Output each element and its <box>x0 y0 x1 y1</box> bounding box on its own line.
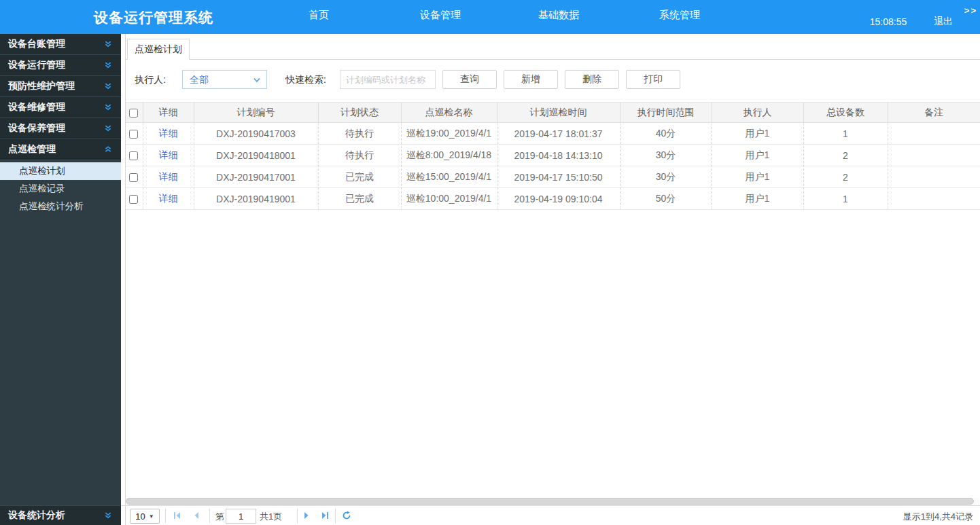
cell-devices: 2 <box>803 166 888 188</box>
sidebar-item-taizhang[interactable]: 设备台账管理 <box>0 34 121 55</box>
nav-basedata[interactable]: 基础数据 <box>538 9 579 22</box>
sidebar: 设备台账管理 设备运行管理 预防性维护管理 设备维修管理 设备保养管理 点巡检管… <box>0 34 121 525</box>
sidebar-item-yufangxing[interactable]: 预防性维护管理 <box>0 76 121 97</box>
chevron-down-icon <box>253 76 261 84</box>
print-button[interactable]: 打印 <box>626 70 680 89</box>
pagination-separator <box>165 509 166 523</box>
refresh-icon[interactable] <box>342 511 351 520</box>
cell-name: 巡检19:00_2019/4/1 <box>401 123 497 145</box>
next-page-icon[interactable] <box>302 511 311 520</box>
sidebar-item-baoyang[interactable]: 设备保养管理 <box>0 118 121 139</box>
page-size-value: 10 <box>135 511 145 522</box>
cell-remark <box>888 188 980 210</box>
sidebar-item-label: 预防性维护管理 <box>8 80 75 92</box>
sidebar-item-tongji[interactable]: 设备统计分析 <box>0 505 121 525</box>
delete-button[interactable]: 删除 <box>565 70 619 89</box>
nav-home[interactable]: 首页 <box>309 9 329 22</box>
page-label-suffix: 共1页 <box>260 511 282 523</box>
sidebar-item-weixiu[interactable]: 设备维修管理 <box>0 97 121 118</box>
pagination-separator <box>209 509 210 523</box>
content-divider <box>125 34 126 525</box>
col-plan-no: 计划编号 <box>194 103 318 123</box>
detail-link[interactable]: 详细 <box>159 149 178 160</box>
sidebar-item-label: 点巡检管理 <box>8 143 56 156</box>
cell-executor: 用户1 <box>712 166 803 188</box>
executor-select[interactable]: 全部 <box>182 70 267 89</box>
cell-plan-no: DXJ-20190419001 <box>194 188 318 210</box>
chevron-double-down-icon <box>104 40 112 48</box>
row-checkbox[interactable] <box>129 151 138 160</box>
table-row: 详细 DXJ-20190418001 待执行 巡检8:00_2019/4/18 … <box>125 145 980 166</box>
cell-executor: 用户1 <box>712 188 803 210</box>
sidebar-subitem-stats[interactable]: 点巡检统计分析 <box>0 198 121 215</box>
cell-remark <box>888 166 980 188</box>
row-checkbox[interactable] <box>129 130 138 139</box>
cell-status: 已完成 <box>318 166 401 188</box>
top-bar: 设备运行管理系统 首页 设备管理 基础数据 系统管理 15:08:55 退出 >… <box>0 0 980 34</box>
chevron-double-down-icon <box>104 82 112 90</box>
sidebar-item-label: 设备台账管理 <box>8 38 65 50</box>
cell-time: 2019-04-18 14:13:10 <box>497 145 620 166</box>
tab-plan[interactable]: 点巡检计划 <box>127 39 190 60</box>
select-all-checkbox[interactable] <box>129 109 138 117</box>
cell-range: 30分 <box>620 145 712 166</box>
caret-down-icon: ▼ <box>149 513 154 520</box>
app-title: 设备运行管理系统 <box>94 8 213 27</box>
cell-time: 2019-04-19 09:10:04 <box>497 188 620 210</box>
nav-equipment[interactable]: 设备管理 <box>420 9 461 22</box>
col-name: 点巡检名称 <box>401 103 497 123</box>
cell-name: 巡检8:00_2019/4/18 <box>401 145 497 166</box>
table-header-row: 详细 计划编号 计划状态 点巡检名称 计划巡检时间 执行时间范围 执行人 总设备… <box>125 103 980 123</box>
page-input[interactable] <box>226 509 256 524</box>
col-detail: 详细 <box>143 103 194 123</box>
cell-executor: 用户1 <box>712 145 803 166</box>
sidebar-submenu: 点巡检计划 点巡检记录 点巡检统计分析 <box>0 160 121 505</box>
pagination-bar: 10 ▼ 第 共1页 显示1到4,共4记录 <box>121 505 980 525</box>
sidebar-item-yunxing[interactable]: 设备运行管理 <box>0 55 121 76</box>
sidebar-subitem-plan[interactable]: 点巡检计划 <box>0 162 121 180</box>
cell-executor: 用户1 <box>712 123 803 145</box>
sidebar-subitem-record[interactable]: 点巡检记录 <box>0 180 121 198</box>
executor-label: 执行人: <box>135 74 166 86</box>
chevron-double-down-icon <box>104 61 112 69</box>
col-range: 执行时间范围 <box>620 103 712 123</box>
sidebar-item-label: 设备统计分析 <box>8 509 65 522</box>
horizontal-scrollbar[interactable] <box>125 498 979 505</box>
cell-plan-no: DXJ-20190417003 <box>194 123 318 145</box>
row-checkbox[interactable] <box>129 195 138 204</box>
pagination-separator <box>297 509 298 523</box>
first-page-icon[interactable] <box>173 511 182 520</box>
record-summary: 显示1到4,共4记录 <box>903 511 973 523</box>
page-label-prefix: 第 <box>215 511 224 523</box>
cell-devices: 1 <box>803 188 888 210</box>
cell-plan-no: DXJ-20190417001 <box>194 166 318 188</box>
cell-remark <box>888 123 980 145</box>
cell-status: 已完成 <box>318 188 401 210</box>
col-status: 计划状态 <box>318 103 401 123</box>
search-input[interactable] <box>340 70 436 89</box>
detail-link[interactable]: 详细 <box>159 128 178 139</box>
scrollbar-thumb[interactable] <box>126 498 974 505</box>
row-checkbox[interactable] <box>129 173 138 182</box>
logout-button[interactable]: 退出 <box>934 16 953 28</box>
add-button[interactable]: 新增 <box>504 70 558 89</box>
sidebar-item-dianxunjian[interactable]: 点巡检管理 <box>0 139 121 160</box>
select-all-header <box>125 103 143 123</box>
sidebar-item-label: 设备维修管理 <box>8 101 65 113</box>
cell-range: 40分 <box>620 123 712 145</box>
col-executor: 执行人 <box>712 103 803 123</box>
search-label: 快速检索: <box>285 74 326 86</box>
prev-page-icon[interactable] <box>192 511 201 520</box>
cell-name: 巡检15:00_2019/4/1 <box>401 166 497 188</box>
nav-system[interactable]: 系统管理 <box>659 9 700 22</box>
page-size-select[interactable]: 10 ▼ <box>130 509 160 524</box>
detail-link[interactable]: 详细 <box>159 193 178 204</box>
query-button[interactable]: 查询 <box>442 70 497 89</box>
table-row: 详细 DXJ-20190419001 已完成 巡检10:00_2019/4/1 … <box>125 188 980 210</box>
sidebar-item-label: 设备保养管理 <box>8 122 65 134</box>
cell-plan-no: DXJ-20190418001 <box>194 145 318 166</box>
pagination-separator <box>335 509 336 523</box>
collapse-icon[interactable]: >> <box>964 5 977 16</box>
detail-link[interactable]: 详细 <box>159 171 178 182</box>
last-page-icon[interactable] <box>320 511 330 520</box>
